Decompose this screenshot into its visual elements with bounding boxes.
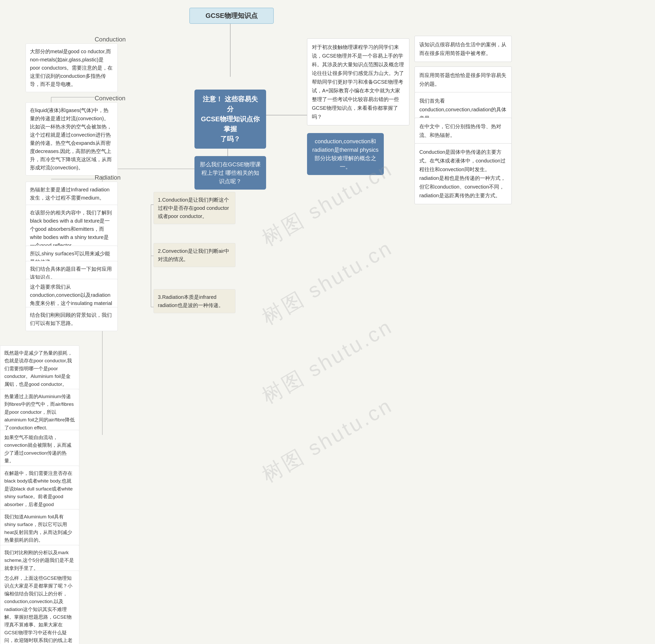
left-box-2: 热量通过上面的Aluminium传递到fibres中的空气中，而air/fibr… [0,389,79,435]
watermark-text-3: 树图 shutu.cn [257,313,398,410]
right-info-4: 在中文中，它们分别指热传导、热对流、和热辐射。 [415,118,512,144]
convection-label: Convection [95,95,125,102]
convection-text: 在liquid(液体)和gases(气体)中，热量的传递是通过对流(convec… [26,102,118,176]
left-box-7: 怎么样，上面这些GCSE物理知识点大家是不是都掌握了呢？小编相信结合我们以上的分… [0,571,79,644]
left-box-1: 既然题中是减少了热量的损耗，也就是说存在poor conductor,我们需要指… [0,345,79,392]
numbered-box-1: 1.Conduction是让我们判断这个过程中是否存在good conducto… [154,192,235,224]
left-box-3: 如果空气不能自由流动，convection就会被限制，从而减少了通过convec… [0,430,79,469]
title-node: GCSE物理知识点 [189,8,274,24]
watermark-text-4: 树图 shutu.cn [257,392,398,489]
numbered-box-2: 2.Convection是让我们判断air中对流的情况。 [154,243,235,267]
conduction-label: Conduction [95,36,126,43]
radiation-text1: 热辐射主要是通过Infrared radiation发生，这个过程不需要medi… [26,182,118,206]
radiation-label: Radiation [95,174,120,181]
conduction-text: 大部分的metal是good co nductor,而non-metals(如a… [26,44,118,92]
right-info-2: 而应用简答题也恰恰是很多同学容易失分的题。 [415,67,512,93]
left-box-5: 我们知道Aluminium foil具有shiny surface，所以它可以用… [0,509,79,548]
right-intro-box: 对于初次接触物理课程学习的同学们来说，GCSE物理并不是一个容易上手的学科。其涉… [307,38,410,125]
right-info-1: 该知识点很容易结合生活中的案例，从而在很多应用简答题中被考察。 [415,36,512,62]
right-concept-box: conduction,convection和radiation是thermal … [307,133,384,175]
question-node: 那么我们在GCSE物理课程上学过 哪些相关的知识点呢？ [194,156,266,190]
numbered-box-3: 3.Radiation本质是infrared radiation也是波的一种传递… [154,289,235,313]
central-node: 注意！ 这些容易失分 GCSE物理知识点你掌握 了吗？ [194,90,266,149]
right-info-5: Conduction是固体中热传递的主要方式。在气体或者液体中，conducti… [415,143,512,204]
mind-map: GCSE物理知识点 注意！ 这些容易失分 GCSE物理知识点你掌握 了吗？ Co… [0,0,655,644]
watermark-text-2: 树图 shutu.cn [257,234,398,331]
radiation-text6: 结合我们刚刚回顾的背景知识，我们们可以有如下思路。 [26,307,118,331]
